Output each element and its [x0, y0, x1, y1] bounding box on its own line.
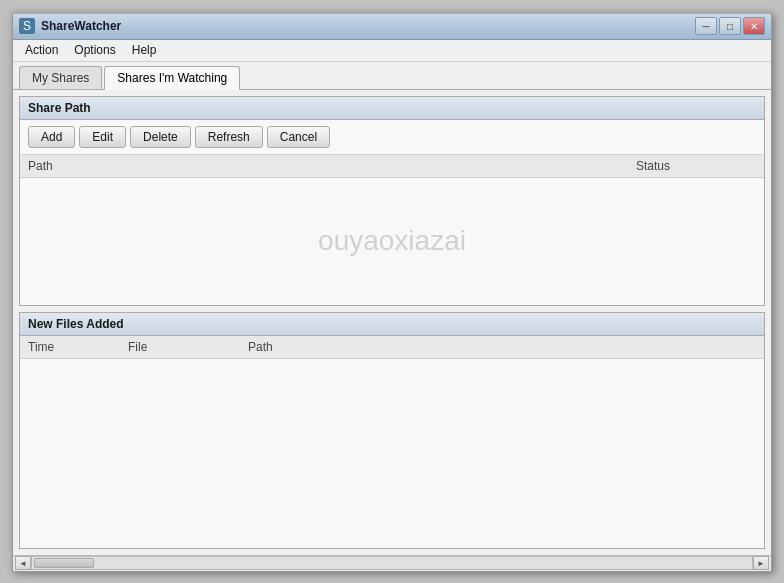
path-column-header: Path — [28, 159, 636, 173]
scroll-track[interactable] — [31, 556, 753, 570]
window-title: ShareWatcher — [41, 19, 121, 33]
cancel-button[interactable]: Cancel — [267, 126, 330, 148]
main-content: Share Path Add Edit Delete Refresh Cance… — [13, 90, 771, 555]
path-column-header-2: Path — [248, 340, 756, 354]
watermark: ouyaoxiazai — [318, 225, 466, 257]
share-path-panel: Share Path Add Edit Delete Refresh Cance… — [19, 96, 765, 306]
minimize-button[interactable]: ─ — [695, 17, 717, 35]
share-path-table-body: ouyaoxiazai — [20, 178, 764, 305]
new-files-panel: New Files Added Time File Path — [19, 312, 765, 549]
tabs-bar: My Shares Shares I'm Watching — [13, 62, 771, 90]
new-files-header: New Files Added — [20, 313, 764, 336]
tab-shares-watching[interactable]: Shares I'm Watching — [104, 66, 240, 90]
time-column-header: Time — [28, 340, 128, 354]
edit-button[interactable]: Edit — [79, 126, 126, 148]
scroll-thumb[interactable] — [34, 558, 94, 568]
tab-my-shares[interactable]: My Shares — [19, 66, 102, 89]
horizontal-scrollbar: ◄ ► — [13, 555, 771, 571]
menu-item-options[interactable]: Options — [66, 41, 123, 59]
title-bar: S ShareWatcher ─ □ ✕ — [13, 14, 771, 40]
close-button[interactable]: ✕ — [743, 17, 765, 35]
refresh-button[interactable]: Refresh — [195, 126, 263, 148]
menu-item-action[interactable]: Action — [17, 41, 66, 59]
maximize-button[interactable]: □ — [719, 17, 741, 35]
status-column-header: Status — [636, 159, 756, 173]
delete-button[interactable]: Delete — [130, 126, 191, 148]
share-path-table-header: Path Status — [20, 155, 764, 178]
scroll-right-arrow[interactable]: ► — [753, 556, 769, 570]
add-button[interactable]: Add — [28, 126, 75, 148]
share-path-toolbar: Add Edit Delete Refresh Cancel — [20, 120, 764, 155]
share-path-header: Share Path — [20, 97, 764, 120]
main-window: S ShareWatcher ─ □ ✕ Action Options Help… — [12, 12, 772, 572]
title-bar-left: S ShareWatcher — [19, 18, 121, 34]
app-icon: S — [19, 18, 35, 34]
file-column-header: File — [128, 340, 248, 354]
scroll-left-arrow[interactable]: ◄ — [15, 556, 31, 570]
new-files-table-body — [20, 359, 764, 548]
menu-bar: Action Options Help — [13, 40, 771, 62]
title-bar-controls: ─ □ ✕ — [695, 17, 765, 35]
new-files-table-header: Time File Path — [20, 336, 764, 359]
menu-item-help[interactable]: Help — [124, 41, 165, 59]
